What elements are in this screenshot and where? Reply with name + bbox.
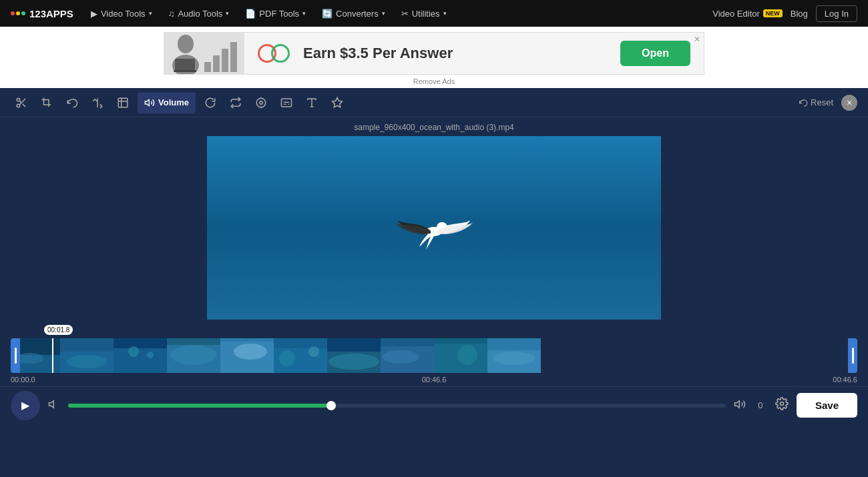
svg-point-16 (260, 101, 263, 104)
thumb-2 (60, 338, 114, 373)
svg-rect-32 (114, 348, 167, 373)
nav-utilities[interactable]: ✂ Utilities ▾ (395, 6, 453, 21)
nav-converters[interactable]: 🔄 Converters ▾ (315, 6, 392, 21)
handle-bar-left (15, 348, 17, 364)
cut-icon (15, 97, 27, 109)
timeline-strip[interactable] (11, 338, 857, 373)
volume-right-icon[interactable] (734, 398, 746, 413)
svg-point-30 (67, 355, 107, 368)
volume-tool[interactable]: Volume (138, 92, 196, 113)
play-icon: ▶ (21, 399, 29, 412)
volume-left-icon[interactable] (48, 398, 60, 413)
flip-icon (91, 97, 103, 109)
chevron-down-icon-utilities: ▾ (443, 10, 447, 17)
svg-point-34 (147, 352, 154, 358)
timeline-handle-left[interactable] (11, 338, 20, 373)
svg-rect-3 (222, 49, 228, 72)
thumb-10 (487, 338, 541, 373)
timeline-handle-right[interactable] (848, 338, 857, 373)
ad-open-button[interactable]: Open (620, 41, 690, 66)
undo-tool[interactable] (61, 92, 83, 113)
save-button[interactable]: Save (797, 393, 857, 418)
subtitles-tool[interactable] (276, 92, 297, 113)
loop-icon (230, 97, 242, 109)
ad-image (164, 32, 244, 75)
progress-fill (68, 404, 331, 408)
video-area: sample_960x400_ocean_with_audio (3).mp4 (0, 117, 868, 320)
crop-tool[interactable] (36, 92, 57, 113)
play-button[interactable]: ▶ (11, 391, 40, 420)
svg-line-13 (19, 101, 21, 103)
utilities-icon: ✂ (401, 9, 409, 19)
reset-label: Reset (811, 97, 833, 107)
aspect-icon (117, 97, 129, 109)
svg-point-50 (382, 350, 419, 364)
stabilize-tool[interactable] (250, 92, 272, 113)
toolbar: Volume (0, 88, 868, 117)
thumb-9 (434, 338, 487, 373)
svg-point-9 (17, 98, 20, 101)
flip-tool[interactable] (87, 92, 108, 113)
volume-icon (144, 97, 155, 108)
crop-icon (41, 97, 53, 109)
subtitles-icon (280, 97, 292, 109)
video-filename: sample_960x400_ocean_with_audio (3).mp4 (354, 123, 514, 132)
nav-video-tools-label: Video Tools (101, 9, 146, 19)
thumb-3 (114, 338, 167, 373)
svg-marker-58 (734, 400, 739, 408)
close-icon: × (847, 97, 852, 108)
rotate-icon (204, 97, 216, 109)
toolbar-right: Reset × (799, 95, 857, 111)
svg-rect-1 (204, 62, 211, 72)
nav-right: Video Editor NEW Blog Log In (712, 5, 857, 22)
progress-thumb[interactable] (327, 401, 336, 410)
loop-tool[interactable] (225, 92, 246, 113)
nav-blog[interactable]: Blog (791, 9, 808, 19)
svg-rect-2 (213, 55, 220, 72)
thumb-8 (381, 338, 434, 373)
volume-value: 0 (754, 400, 767, 410)
nav-audio-tools[interactable]: ♫ Audio Tools ▾ (162, 6, 236, 21)
reset-icon (799, 98, 808, 107)
volume-label: Volume (158, 97, 189, 107)
nav-video-editor[interactable]: Video Editor NEW (712, 9, 783, 19)
thumb-5 (220, 338, 274, 373)
nav-pdf-tools-label: PDF Tools (259, 9, 299, 19)
svg-point-56 (493, 352, 535, 365)
progress-bar[interactable] (68, 404, 726, 408)
playback-bar: ▶ 0 Save (0, 386, 868, 424)
remove-ads-button[interactable]: Remove Ads (413, 77, 455, 85)
converters-icon: 🔄 (322, 9, 333, 19)
stabilize-icon (255, 97, 267, 109)
svg-rect-14 (118, 98, 128, 107)
chevron-down-icon: ▾ (149, 10, 152, 17)
settings-button[interactable] (775, 397, 789, 414)
cut-tool[interactable] (11, 92, 32, 113)
nav-pdf-tools[interactable]: 📄 PDF Tools ▾ (238, 6, 312, 21)
rotate-tool[interactable] (200, 92, 221, 113)
undo-icon (66, 97, 78, 109)
aspect-tool[interactable] (112, 92, 134, 113)
logo-dot-red (11, 11, 15, 15)
svg-marker-15 (145, 99, 149, 105)
ad-title: Earn $3.5 Per Answer (303, 45, 453, 62)
nav-items: ▶ Video Tools ▾ ♫ Audio Tools ▾ 📄 PDF To… (84, 6, 712, 21)
nav-utilities-label: Utilities (412, 9, 440, 19)
nav-converters-label: Converters (336, 9, 379, 19)
watermark-tool[interactable] (327, 92, 348, 113)
svg-point-53 (457, 345, 477, 365)
svg-point-33 (128, 346, 139, 357)
logo[interactable]: 123APPS (11, 8, 73, 19)
handle-bar-right (852, 348, 854, 364)
text-tool[interactable] (301, 92, 322, 113)
nav-video-tools[interactable]: ▶ Video Tools ▾ (84, 6, 159, 21)
svg-marker-57 (49, 400, 54, 408)
timeline-playhead[interactable] (52, 338, 53, 373)
video-editor-label: Video Editor (712, 9, 760, 19)
nav-login-button[interactable]: Log In (816, 5, 857, 22)
svg-rect-7 (175, 59, 195, 71)
logo-dots (11, 11, 25, 15)
reset-button[interactable]: Reset (799, 97, 833, 107)
close-button[interactable]: × (841, 95, 857, 111)
ad-close-icon[interactable]: ✕ (692, 34, 702, 45)
